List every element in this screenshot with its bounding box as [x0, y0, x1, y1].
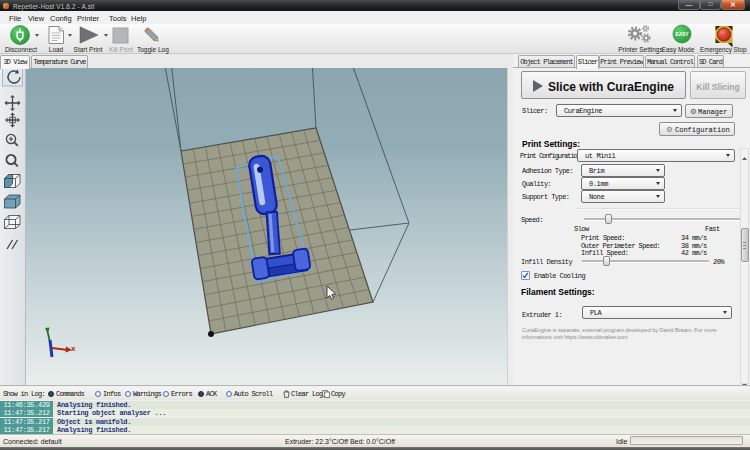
- svg-text:x: x: [71, 344, 76, 353]
- svg-text:EASY: EASY: [675, 32, 689, 37]
